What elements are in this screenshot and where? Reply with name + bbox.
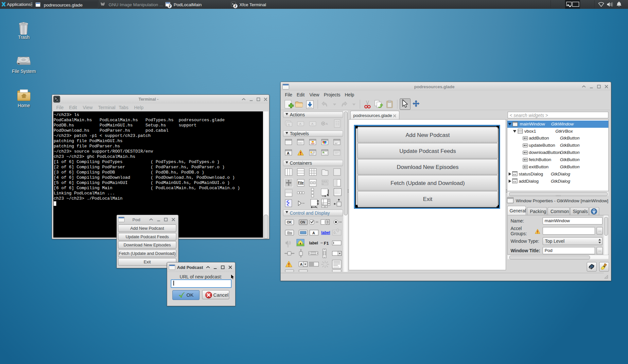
svg-text:A: A [299, 122, 301, 125]
svg-text:A: A [300, 262, 303, 266]
svg-text:Toplevels: Toplevels [290, 131, 309, 136]
svg-text:Actions: Actions [290, 112, 305, 117]
svg-text:A: A [288, 123, 290, 126]
svg-text:ON: ON [300, 221, 305, 224]
svg-text:Control and Display: Control and Display [290, 210, 330, 216]
svg-text:label: label [309, 241, 318, 245]
svg-text:F1: F1 [324, 241, 329, 246]
svg-text:File: File [298, 181, 304, 185]
svg-text:OK: OK [287, 221, 292, 224]
svg-text:Containers: Containers [290, 160, 312, 166]
svg-text:0..: 0.. [334, 231, 337, 235]
svg-text:A: A [311, 122, 313, 125]
svg-text:A: A [326, 122, 328, 125]
svg-text:label: label [321, 230, 330, 235]
svg-text:A: A [312, 231, 315, 235]
svg-text:A: A [287, 151, 289, 155]
